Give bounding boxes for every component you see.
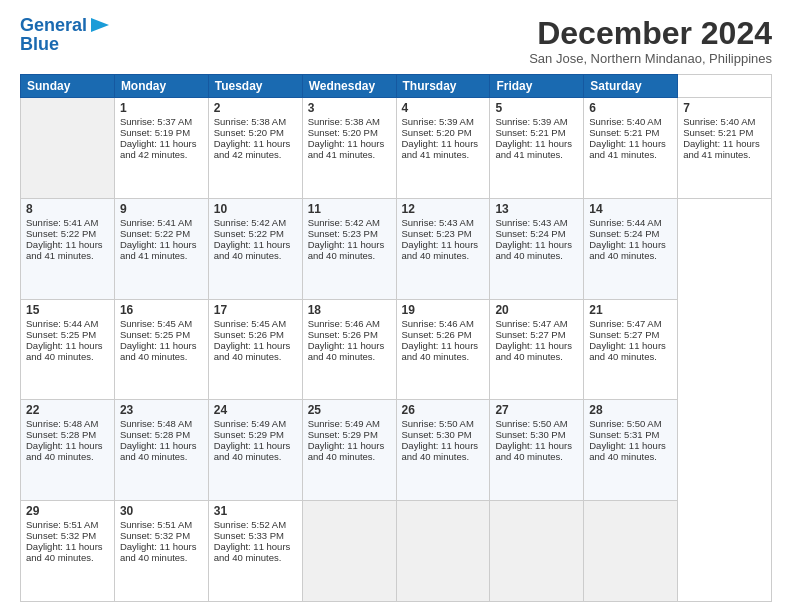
calendar-day-cell: 25Sunrise: 5:49 AMSunset: 5:29 PMDayligh…: [302, 400, 396, 501]
day-number: 6: [589, 101, 672, 115]
sunrise: Sunrise: 5:45 AM: [120, 318, 192, 329]
day-number: 24: [214, 403, 297, 417]
logo: General Blue: [20, 16, 109, 55]
sunrise: Sunrise: 5:50 AM: [495, 418, 567, 429]
sunrise: Sunrise: 5:41 AM: [26, 217, 98, 228]
sunrise: Sunrise: 5:38 AM: [214, 116, 286, 127]
day-number: 13: [495, 202, 578, 216]
daylight: Daylight: 11 hours and 41 minutes.: [589, 138, 666, 160]
sunset: Sunset: 5:20 PM: [214, 127, 284, 138]
calendar-day-cell: 20Sunrise: 5:47 AMSunset: 5:27 PMDayligh…: [490, 299, 584, 400]
sunset: Sunset: 5:33 PM: [214, 530, 284, 541]
calendar-day-cell: 17Sunrise: 5:45 AMSunset: 5:26 PMDayligh…: [208, 299, 302, 400]
sunset: Sunset: 5:25 PM: [26, 329, 96, 340]
daylight: Daylight: 11 hours and 42 minutes.: [120, 138, 197, 160]
sunrise: Sunrise: 5:48 AM: [26, 418, 98, 429]
day-number: 9: [120, 202, 203, 216]
day-number: 28: [589, 403, 672, 417]
sunset: Sunset: 5:31 PM: [589, 429, 659, 440]
sunset: Sunset: 5:20 PM: [402, 127, 472, 138]
logo-general: General: [20, 15, 87, 35]
day-number: 26: [402, 403, 485, 417]
sunset: Sunset: 5:22 PM: [214, 228, 284, 239]
calendar-week-row: 8Sunrise: 5:41 AMSunset: 5:22 PMDaylight…: [21, 198, 772, 299]
daylight: Daylight: 11 hours and 40 minutes.: [120, 541, 197, 563]
daylight: Daylight: 11 hours and 40 minutes.: [308, 440, 385, 462]
sunrise: Sunrise: 5:37 AM: [120, 116, 192, 127]
calendar-day-cell: 24Sunrise: 5:49 AMSunset: 5:29 PMDayligh…: [208, 400, 302, 501]
sunrise: Sunrise: 5:42 AM: [214, 217, 286, 228]
day-number: 15: [26, 303, 109, 317]
sunset: Sunset: 5:32 PM: [120, 530, 190, 541]
sunset: Sunset: 5:26 PM: [214, 329, 284, 340]
daylight: Daylight: 11 hours and 40 minutes.: [26, 440, 103, 462]
calendar-table: SundayMondayTuesdayWednesdayThursdayFrid…: [20, 74, 772, 602]
sunrise: Sunrise: 5:46 AM: [402, 318, 474, 329]
day-number: 10: [214, 202, 297, 216]
daylight: Daylight: 11 hours and 40 minutes.: [589, 239, 666, 261]
calendar-day-cell: 1Sunrise: 5:37 AMSunset: 5:19 PMDaylight…: [114, 98, 208, 199]
calendar-day-cell: 12Sunrise: 5:43 AMSunset: 5:23 PMDayligh…: [396, 198, 490, 299]
calendar-day-cell: 30Sunrise: 5:51 AMSunset: 5:32 PMDayligh…: [114, 501, 208, 602]
empty-cell: [21, 98, 115, 199]
daylight: Daylight: 11 hours and 41 minutes.: [26, 239, 103, 261]
calendar-day-cell: 3Sunrise: 5:38 AMSunset: 5:20 PMDaylight…: [302, 98, 396, 199]
svg-marker-0: [91, 18, 109, 32]
calendar-week-row: 29Sunrise: 5:51 AMSunset: 5:32 PMDayligh…: [21, 501, 772, 602]
day-number: 8: [26, 202, 109, 216]
calendar-day-cell: 8Sunrise: 5:41 AMSunset: 5:22 PMDaylight…: [21, 198, 115, 299]
sunrise: Sunrise: 5:52 AM: [214, 519, 286, 530]
calendar-day-cell: 13Sunrise: 5:43 AMSunset: 5:24 PMDayligh…: [490, 198, 584, 299]
calendar-day-header: Thursday: [396, 75, 490, 98]
calendar-day-cell: [396, 501, 490, 602]
calendar-body: 1Sunrise: 5:37 AMSunset: 5:19 PMDaylight…: [21, 98, 772, 602]
calendar-day-cell: 19Sunrise: 5:46 AMSunset: 5:26 PMDayligh…: [396, 299, 490, 400]
page: General Blue December 2024 San Jose, Nor…: [0, 0, 792, 612]
sunset: Sunset: 5:29 PM: [214, 429, 284, 440]
sunset: Sunset: 5:25 PM: [120, 329, 190, 340]
day-number: 30: [120, 504, 203, 518]
month-title: December 2024: [529, 16, 772, 51]
sunset: Sunset: 5:21 PM: [495, 127, 565, 138]
sunset: Sunset: 5:22 PM: [120, 228, 190, 239]
daylight: Daylight: 11 hours and 40 minutes.: [495, 239, 572, 261]
calendar-day-cell: 22Sunrise: 5:48 AMSunset: 5:28 PMDayligh…: [21, 400, 115, 501]
calendar-day-cell: 18Sunrise: 5:46 AMSunset: 5:26 PMDayligh…: [302, 299, 396, 400]
sunrise: Sunrise: 5:44 AM: [589, 217, 661, 228]
sunrise: Sunrise: 5:39 AM: [402, 116, 474, 127]
day-number: 21: [589, 303, 672, 317]
calendar-day-header: Saturday: [584, 75, 678, 98]
calendar-day-cell: 28Sunrise: 5:50 AMSunset: 5:31 PMDayligh…: [584, 400, 678, 501]
day-number: 7: [683, 101, 766, 115]
day-number: 1: [120, 101, 203, 115]
sunrise: Sunrise: 5:41 AM: [120, 217, 192, 228]
sunset: Sunset: 5:30 PM: [402, 429, 472, 440]
daylight: Daylight: 11 hours and 41 minutes.: [120, 239, 197, 261]
daylight: Daylight: 11 hours and 40 minutes.: [26, 340, 103, 362]
calendar-day-cell: [584, 501, 678, 602]
daylight: Daylight: 11 hours and 40 minutes.: [214, 340, 291, 362]
calendar-day-cell: 31Sunrise: 5:52 AMSunset: 5:33 PMDayligh…: [208, 501, 302, 602]
day-number: 2: [214, 101, 297, 115]
sunset: Sunset: 5:29 PM: [308, 429, 378, 440]
daylight: Daylight: 11 hours and 40 minutes.: [402, 340, 479, 362]
sunrise: Sunrise: 5:40 AM: [683, 116, 755, 127]
calendar-day-header: Sunday: [21, 75, 115, 98]
daylight: Daylight: 11 hours and 40 minutes.: [214, 239, 291, 261]
calendar-day-cell: 9Sunrise: 5:41 AMSunset: 5:22 PMDaylight…: [114, 198, 208, 299]
sunset: Sunset: 5:23 PM: [402, 228, 472, 239]
calendar-header-row: SundayMondayTuesdayWednesdayThursdayFrid…: [21, 75, 772, 98]
header: General Blue December 2024 San Jose, Nor…: [20, 16, 772, 66]
day-number: 19: [402, 303, 485, 317]
daylight: Daylight: 11 hours and 40 minutes.: [589, 340, 666, 362]
sunset: Sunset: 5:21 PM: [589, 127, 659, 138]
calendar-day-cell: 16Sunrise: 5:45 AMSunset: 5:25 PMDayligh…: [114, 299, 208, 400]
sunset: Sunset: 5:28 PM: [120, 429, 190, 440]
day-number: 23: [120, 403, 203, 417]
sunset: Sunset: 5:26 PM: [308, 329, 378, 340]
sunrise: Sunrise: 5:45 AM: [214, 318, 286, 329]
calendar-day-cell: 14Sunrise: 5:44 AMSunset: 5:24 PMDayligh…: [584, 198, 678, 299]
sunrise: Sunrise: 5:43 AM: [402, 217, 474, 228]
calendar-day-cell: [490, 501, 584, 602]
day-number: 20: [495, 303, 578, 317]
